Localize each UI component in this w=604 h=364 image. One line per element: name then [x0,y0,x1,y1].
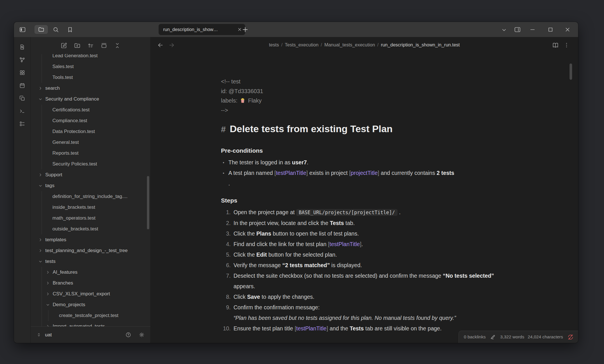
breadcrumb-segment[interactable]: Manual_tests_execution [324,42,375,48]
popcorn-emoji [239,97,246,104]
tree-file[interactable]: inside_brackets.test [31,202,150,213]
right-panel-toggle-icon[interactable] [514,26,521,33]
editor-scrollbar-thumb[interactable] [570,64,572,80]
settings-gear-icon[interactable] [139,332,145,338]
file-explorer: Lead Generation.testSales.testTools.test… [31,37,151,343]
tree-folder[interactable]: Import_automated_tests [31,321,150,326]
heading-hash: # [221,124,226,134]
breadcrumb-segment[interactable]: run_description_is_shown_in_run.test [381,42,460,48]
panel-icon[interactable] [101,42,107,49]
chevron-right-icon[interactable] [38,248,43,253]
vault-switcher-icon[interactable] [36,332,41,337]
help-icon[interactable] [125,332,131,338]
tree-file[interactable]: math_operators.test [31,213,150,224]
chevron-right-icon[interactable] [45,324,50,326]
preconditions-list: •The tester is logged in as user7.•A tes… [221,157,506,189]
tree-folder[interactable]: Branches [31,278,150,289]
new-tab-button[interactable] [241,26,249,33]
tree-folder[interactable]: CSV_XLSX_import_export [31,289,150,299]
internal-link[interactable]: projectTitle [351,170,378,176]
tree-file[interactable]: create_testcafe_project.test [31,310,150,321]
precondition-item: •A test plan named [testPlanTitle] exist… [221,168,506,189]
close-button[interactable] [564,26,571,33]
chevron-down-icon[interactable] [45,302,50,307]
titlebar: run_description_is_show… [14,22,578,37]
chevron-down-icon[interactable] [501,26,507,33]
more-options-icon[interactable] [563,42,570,48]
tree-file[interactable]: Sales.test [31,61,150,72]
sidebar-toggle-icon[interactable] [19,26,26,33]
tree-folder[interactable]: Security and Compliance [31,94,150,105]
new-folder-icon[interactable] [74,42,81,49]
sidebar-scrollbar-thumb[interactable] [147,176,149,229]
vault-name[interactable]: uat [45,332,52,338]
tree-file[interactable]: Certifications.test [31,105,150,115]
tree-folder[interactable]: AI_features [31,267,150,278]
sync-disabled-icon[interactable] [568,334,574,340]
terminal-icon[interactable] [19,108,25,114]
sort-icon[interactable] [87,42,94,49]
tree-file[interactable]: definition_for_string_include_tag.... [31,191,150,202]
app-window: run_description_is_show… Lead Generation… [14,22,578,343]
tree-file[interactable]: Compliance.test [31,115,150,126]
internal-link[interactable]: testPlanTitle [296,325,327,332]
indent-guide [42,72,42,83]
breadcrumb-segment[interactable]: tests [269,42,279,48]
chevron-right-icon[interactable] [45,270,50,275]
inline-code: BASE_URL/projects/[projectTitle]/ [296,209,398,216]
file-search-icon[interactable] [19,44,25,50]
maximize-button[interactable] [547,26,554,33]
chevron-right-icon[interactable] [38,237,43,242]
minimize-button[interactable] [529,26,536,33]
tree-file[interactable]: Tools.test [31,72,150,83]
tab-title: run_description_is_show… [163,27,235,32]
chevron-right-icon[interactable] [38,172,43,177]
copy-icon[interactable] [19,95,25,101]
word-count[interactable]: 3,322 words [500,334,524,340]
tree-folder[interactable]: Support [31,169,150,180]
precondition-text: A test plan named [testPlanTitle] exists… [228,168,506,189]
tree-file[interactable]: Security Policies.test [31,159,150,169]
tree-file[interactable]: Reports.test [31,148,150,159]
calendar-icon[interactable] [19,82,25,89]
backlinks-count[interactable]: 0 backlinks [464,334,486,340]
chevron-down-icon[interactable] [38,183,43,188]
character-count[interactable]: 24,024 characters [528,334,563,340]
indent-guide [42,191,42,202]
tree-folder[interactable]: templates [31,234,150,245]
form-icon[interactable] [19,121,25,127]
document-tab[interactable]: run_description_is_show… [159,24,245,35]
reading-view-icon[interactable] [552,42,559,48]
chevron-down-icon[interactable] [38,97,43,102]
graph-icon[interactable] [19,57,25,63]
breadcrumb-segment[interactable]: Tests_execution [285,42,318,48]
chevron-right-icon[interactable] [45,281,50,286]
tree-file[interactable]: outside_brackets.test [31,224,150,234]
tree-folder[interactable]: test_planning_and_design_-_test_tree [31,245,150,256]
file-tree: Lead Generation.testSales.testTools.test… [31,54,150,326]
tree-folder[interactable]: search [31,83,150,94]
edit-mode-pencil-icon[interactable] [490,334,496,340]
indent-guide [42,267,42,278]
internal-link[interactable]: testPlanTitle [276,170,306,176]
chevron-right-icon[interactable] [45,291,50,296]
collapse-all-icon[interactable] [114,42,121,49]
new-note-icon[interactable] [60,42,67,49]
step-item: 6.Verify the message “2 tests matched” i… [221,260,506,271]
tree-file[interactable]: General.test [31,137,150,148]
bookmark-icon[interactable] [67,26,73,33]
tree-folder[interactable]: tests [31,256,150,267]
internal-link[interactable]: testPlanTitle [329,241,360,247]
files-button[interactable] [34,25,48,34]
step-text: Verify the message “2 tests matched” is … [234,260,506,271]
tree-folder[interactable]: tags [31,180,150,191]
chevron-down-icon[interactable] [38,259,43,264]
tree-file[interactable]: Lead Generation.test [31,54,150,61]
step-text: Confirm the confirmation message:“Plan h… [234,302,506,323]
tree-file[interactable]: Data Protection.test [31,126,150,137]
search-icon[interactable] [52,26,59,33]
layout-grid-icon[interactable] [19,69,25,76]
tree-folder[interactable]: Demo_projects [31,299,150,310]
chevron-right-icon[interactable] [38,86,43,91]
step-item: 2.In the project view, locate and click … [221,218,506,228]
